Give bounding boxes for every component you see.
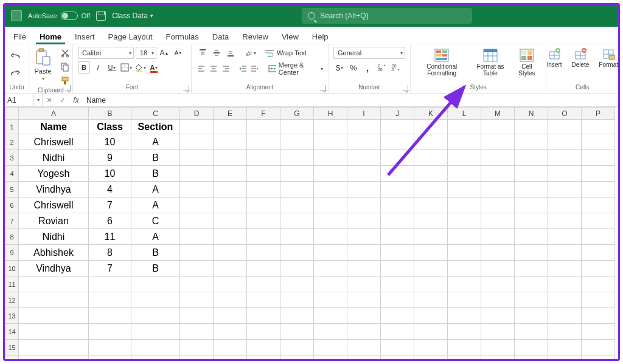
cell[interactable] <box>19 308 89 324</box>
cell[interactable] <box>280 197 314 213</box>
cell[interactable] <box>515 276 548 292</box>
cell[interactable] <box>347 355 381 360</box>
column-header[interactable]: A <box>19 108 89 120</box>
cell[interactable] <box>582 340 615 355</box>
font-name-select[interactable]: Calibri <box>78 47 134 59</box>
bold-button[interactable]: B <box>78 61 90 74</box>
cell[interactable] <box>247 340 280 355</box>
column-header[interactable]: F <box>247 108 280 120</box>
cell[interactable] <box>180 134 214 150</box>
cell[interactable] <box>381 197 414 213</box>
row-header[interactable]: 6 <box>5 197 19 213</box>
cell[interactable] <box>247 245 280 261</box>
cell[interactable] <box>214 308 247 324</box>
cell[interactable] <box>180 261 214 276</box>
row-header[interactable]: 12 <box>5 292 19 308</box>
cell[interactable] <box>280 134 314 150</box>
cell[interactable] <box>131 292 180 308</box>
tab-home[interactable]: Home <box>38 30 63 44</box>
cell[interactable] <box>548 261 582 276</box>
cancel-formula-icon[interactable]: ✕ <box>43 96 56 105</box>
cell[interactable] <box>548 308 582 324</box>
cell[interactable] <box>214 120 247 134</box>
cell[interactable] <box>515 166 548 182</box>
cell[interactable]: B <box>131 150 180 166</box>
spreadsheet-grid[interactable]: ABCDEFGHIJKLMNOP 1NameClassSection2Chris… <box>5 107 615 359</box>
cell[interactable] <box>381 340 414 355</box>
format-cells-button[interactable]: Format <box>595 47 620 69</box>
cell[interactable] <box>448 134 481 150</box>
cell[interactable] <box>347 182 381 197</box>
cell[interactable] <box>582 324 615 340</box>
cell[interactable] <box>515 340 548 355</box>
cell[interactable] <box>214 182 247 197</box>
cell[interactable] <box>280 308 314 324</box>
cell[interactable] <box>280 324 314 340</box>
cell[interactable] <box>515 134 548 150</box>
cell[interactable] <box>247 182 280 197</box>
column-header[interactable]: L <box>448 108 481 120</box>
cell[interactable] <box>448 197 481 213</box>
cell[interactable] <box>381 134 414 150</box>
cell[interactable]: 6 <box>89 213 131 229</box>
cell[interactable] <box>314 197 347 213</box>
dialog-launcher-icon[interactable] <box>402 85 408 91</box>
cell[interactable] <box>214 355 247 360</box>
align-center-button[interactable] <box>209 63 219 75</box>
cell[interactable] <box>131 276 180 292</box>
cell[interactable] <box>381 120 414 134</box>
cell[interactable] <box>314 120 347 134</box>
cell[interactable] <box>548 355 582 360</box>
column-header[interactable]: B <box>89 108 131 120</box>
cell[interactable] <box>89 276 131 292</box>
column-header[interactable]: G <box>280 108 314 120</box>
cell[interactable] <box>280 261 314 276</box>
cell[interactable] <box>247 276 280 292</box>
cell[interactable] <box>582 245 615 261</box>
cell[interactable] <box>180 245 214 261</box>
dialog-launcher-icon[interactable] <box>320 85 326 91</box>
cell[interactable]: Rovian <box>19 213 89 229</box>
row-header[interactable]: 14 <box>5 324 19 340</box>
cell[interactable] <box>314 276 347 292</box>
cell[interactable] <box>448 292 481 308</box>
cell[interactable] <box>347 197 381 213</box>
paste-button[interactable]: Paste ▾ <box>30 47 55 83</box>
cell[interactable] <box>481 229 515 245</box>
cell[interactable]: A <box>131 134 180 150</box>
cell[interactable] <box>180 213 214 229</box>
cell[interactable] <box>414 134 448 150</box>
cell[interactable]: 7 <box>89 197 131 213</box>
redo-button[interactable] <box>10 67 24 81</box>
cell[interactable] <box>414 166 448 182</box>
row-header[interactable]: 5 <box>5 182 19 197</box>
cell[interactable] <box>448 150 481 166</box>
cell[interactable] <box>515 261 548 276</box>
cell[interactable] <box>247 120 280 134</box>
cell[interactable] <box>314 213 347 229</box>
number-format-select[interactable]: General <box>333 47 405 59</box>
cell[interactable] <box>247 197 280 213</box>
cell[interactable] <box>582 197 615 213</box>
column-header[interactable]: D <box>180 108 214 120</box>
cell[interactable] <box>347 213 381 229</box>
cell[interactable] <box>582 308 615 324</box>
cell[interactable] <box>89 340 131 355</box>
cell[interactable] <box>381 229 414 245</box>
row-header[interactable]: 13 <box>5 308 19 324</box>
undo-button[interactable] <box>10 50 24 64</box>
cell[interactable] <box>314 355 347 360</box>
tab-review[interactable]: Review <box>241 30 270 44</box>
cut-button[interactable] <box>59 47 71 59</box>
cell[interactable] <box>414 150 448 166</box>
cell[interactable] <box>414 229 448 245</box>
decrease-decimal-button[interactable]: .00.0 <box>389 61 402 74</box>
conditional-formatting-button[interactable]: Conditional Formatting <box>416 47 468 78</box>
cell[interactable] <box>247 324 280 340</box>
cell[interactable] <box>414 355 448 360</box>
wrap-text-button[interactable]: Wrap Text <box>265 49 307 57</box>
row-header[interactable]: 7 <box>5 213 19 229</box>
cell[interactable] <box>347 134 381 150</box>
tab-file[interactable]: File <box>12 30 27 44</box>
cell[interactable] <box>381 261 414 276</box>
